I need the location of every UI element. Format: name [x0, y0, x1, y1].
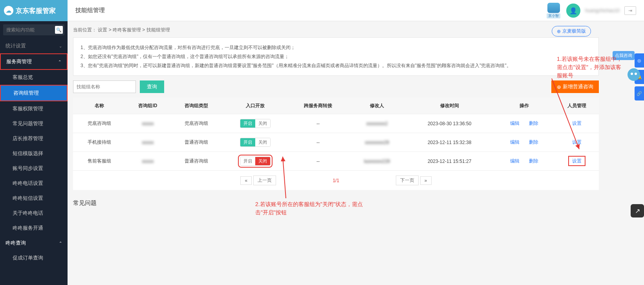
page-title: 技能组管理	[75, 7, 105, 14]
cell-id: xxxxx	[126, 152, 170, 171]
th-name: 名称	[73, 98, 126, 114]
exit-button[interactable]: ⇥	[624, 6, 636, 15]
toggle-off[interactable]: 关闭	[255, 119, 270, 128]
toolbar: 查询 ⊕ 新增普通咨询	[73, 80, 599, 93]
th-time: 修改时间	[405, 98, 494, 114]
logo-text: 京东客服管家	[16, 6, 56, 15]
open-toggle[interactable]: 开启关闭	[240, 138, 271, 147]
cell-id: xxxxx	[126, 114, 170, 133]
sidebar-item-overview[interactable]: 客服总览	[0, 70, 68, 85]
sidebar-item-sms-template[interactable]: 短信模版选择	[0, 146, 68, 161]
edit-link[interactable]: 编辑	[510, 121, 520, 126]
section-query-label: 咚咚查询	[5, 239, 26, 247]
share-icon[interactable]: ↗	[631, 204, 644, 217]
rside-link-icon[interactable]: 🔗	[635, 86, 644, 100]
cell-time: 2023-12-11 15:32:38	[405, 133, 494, 152]
simple-mode-button[interactable]: ⊕ 京麦极简版	[552, 26, 591, 37]
section-provider-label: 服务商管理	[6, 58, 32, 65]
edit-link[interactable]: 编辑	[510, 158, 520, 164]
cell-user: luoxxxxx229	[349, 152, 406, 171]
simple-mode-label: 京麦极简版	[562, 28, 586, 35]
page-next[interactable]: 下一页	[396, 175, 419, 185]
user-name: huangzhichao10	[585, 8, 620, 13]
menu-section-stats[interactable]: 统计设置 ⌄	[0, 38, 68, 53]
simple-icon: ⊕	[557, 29, 561, 34]
search-button[interactable]: 🔍	[55, 26, 63, 34]
sidebar-item-dong-sms[interactable]: 咚咚短信设置	[0, 191, 68, 206]
toggle-off[interactable]: 关闭	[255, 157, 270, 165]
group-name-input[interactable]	[73, 80, 136, 93]
breadcrumb: 当前位置： 设置 > 咚咚客服管理 > 技能组管理	[73, 27, 599, 33]
logo: ☁ 京东客服管家	[0, 0, 68, 21]
table-row: 兜底咨询组 xxxxx 兜底咨询组 开启关闭 -- xxxxxxxx2 2023…	[73, 114, 599, 133]
sidebar-item-consult-group[interactable]: 咨询组管理	[0, 85, 68, 101]
toggle-on[interactable]: 开启	[240, 138, 255, 146]
menu-section-provider[interactable]: 服务商管理 ⌃	[0, 53, 68, 70]
toggle-on[interactable]: 开启	[240, 119, 255, 128]
cell-actions: 编辑删除	[494, 152, 554, 171]
breadcrumb-link-1[interactable]: 设置	[98, 27, 107, 33]
floating-robot-icon[interactable]	[626, 67, 642, 82]
chevron-up-icon: ⌃	[58, 60, 61, 64]
menu-section-query[interactable]: 咚咚查询 ⌃	[0, 236, 68, 250]
robot-assistant[interactable]: 京小智	[546, 3, 562, 18]
cell-id: xxxxx	[126, 133, 170, 152]
page-prev[interactable]: 上一页	[253, 175, 276, 185]
cell-type: 兜底咨询组	[170, 114, 223, 133]
th-cross: 跨服务商转接	[288, 98, 349, 114]
robot-label: 京小智	[547, 13, 560, 18]
th-user: 修改人	[349, 98, 406, 114]
section-stats-label: 统计设置	[5, 42, 26, 49]
table-row: 手机接待组 xxxxx 普通咨询组 开启关闭 -- xxxxxxxx29 202…	[73, 133, 599, 152]
chevron-down-icon: ⌄	[59, 44, 62, 48]
sidebar-item-dong-phone[interactable]: 咚咚电话设置	[0, 176, 68, 191]
cell-cross: --	[288, 152, 349, 171]
th-type: 咨询组类型	[170, 98, 223, 114]
open-toggle[interactable]: 开启关闭	[240, 119, 271, 128]
cell-toggle: 开启关闭	[223, 133, 288, 152]
user-avatar[interactable]: 👤	[566, 4, 580, 18]
rside-help-icon[interactable]: ◎	[635, 53, 644, 68]
cell-user: xxxxxxxx2	[349, 114, 406, 133]
sidebar-item-about-phone[interactable]: 关于咚咚电话	[0, 206, 68, 221]
delete-link[interactable]: 删除	[529, 158, 538, 164]
cell-name: 售前客服组	[73, 152, 126, 171]
cell-personnel: 设置	[554, 152, 599, 171]
sidebar-item-permission[interactable]: 客服权限管理	[0, 101, 68, 116]
cell-time: 2023-12-11 15:51:27	[405, 152, 494, 171]
info-line-3: 3、您有"兜底咨询组"的同时，还可以新建普通咨询组，新建的普通咨询组需要设置"服…	[80, 61, 591, 70]
edit-link[interactable]: 编辑	[510, 139, 520, 145]
table-row: 售前客服组 xxxxx 普通咨询组 开启关闭 -- luoxxxxx229 20…	[73, 152, 599, 171]
search-button[interactable]: 查询	[140, 80, 164, 93]
toggle-on[interactable]: 开启	[240, 157, 255, 165]
cell-type: 普通咨询组	[170, 152, 223, 171]
svg-line-1	[283, 157, 286, 198]
open-toggle[interactable]: 开启关闭	[240, 157, 271, 166]
header: 技能组管理 京小智 👤 huangzhichao10 ⇥	[68, 0, 644, 21]
toggle-off[interactable]: 关闭	[255, 138, 270, 146]
sidebar-item-faq[interactable]: 常见问题管理	[0, 116, 68, 131]
info-box: 1、兜底咨询组作为最低优先级分配咨询流量，对所有咨询进行兜底，一旦建立则不可以被…	[73, 37, 599, 76]
page-last[interactable]: »	[420, 176, 432, 185]
robot-icon	[547, 3, 560, 13]
delete-link[interactable]: 删除	[529, 121, 538, 126]
delete-link[interactable]: 删除	[529, 139, 538, 145]
annotation-2: 2.若该账号所在的客服组为"关闭"状态，需点击"开启"按钮	[255, 200, 373, 217]
sidebar-item-order-query[interactable]: 促成订单查询	[0, 250, 68, 265]
breadcrumb-link-2[interactable]: 咚咚客服管理	[113, 27, 141, 33]
pagination: « 上一页 1/1 下一页 »	[73, 171, 599, 190]
cell-actions: 编辑删除	[494, 133, 554, 152]
cell-type: 普通咨询组	[170, 133, 223, 152]
svg-line-0	[552, 79, 579, 149]
set-link[interactable]: 设置	[570, 157, 584, 164]
sidebar-item-recommend[interactable]: 店长推荐管理	[0, 131, 68, 146]
svg-point-4	[635, 73, 637, 75]
breadcrumb-current: 技能组管理	[146, 27, 170, 33]
sidebar-item-account-sync[interactable]: 账号同步设置	[0, 161, 68, 176]
info-line-2: 2、如您还没有"兜底咨询组"，仅有一个普通咨询组，这个普通咨询组可以承担所有来源…	[80, 52, 591, 61]
sidebar-item-service-open[interactable]: 咚咚服务开通	[0, 221, 68, 236]
page-first[interactable]: «	[240, 176, 252, 185]
cell-actions: 编辑删除	[494, 114, 554, 133]
chevron-up-icon: ⌃	[59, 241, 62, 245]
th-action: 操作	[494, 98, 554, 114]
